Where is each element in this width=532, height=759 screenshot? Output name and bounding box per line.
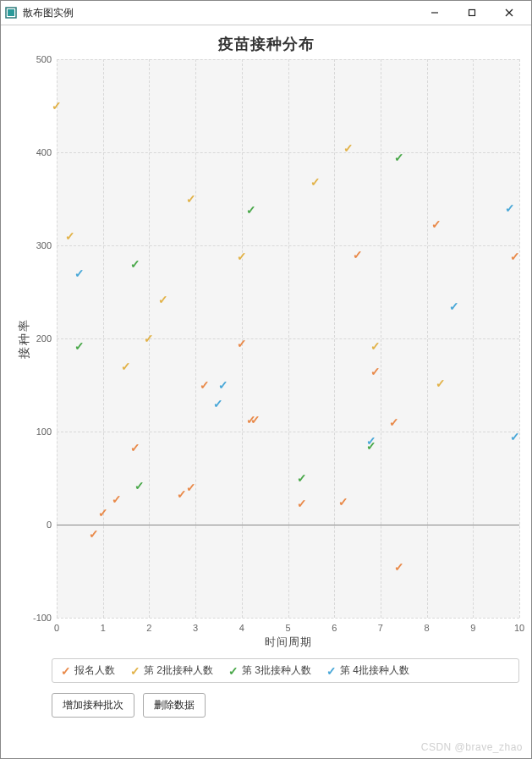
x-tick-label: 5 [285, 623, 290, 633]
legend-label: 第 3批接种人数 [242, 663, 311, 678]
chart-title: 疫苗接种分布 [1, 34, 531, 54]
data-point[interactable]: ✓ [343, 142, 354, 154]
y-tick-label: 200 [18, 333, 52, 344]
button-row: 增加接种批次 删除数据 [52, 693, 519, 718]
data-point[interactable]: ✓ [389, 416, 399, 428]
data-point[interactable]: ✓ [246, 204, 256, 216]
y-tick-label: 400 [18, 147, 52, 157]
remove-data-button[interactable]: 删除数据 [143, 693, 206, 718]
data-point[interactable]: ✓ [213, 398, 223, 410]
chart-area: 接种率 时间周期 012345678910-100010020030040050… [13, 59, 519, 652]
y-tick-label: 100 [18, 426, 52, 437]
svg-rect-1 [8, 9, 14, 16]
svg-rect-3 [469, 10, 475, 16]
data-point[interactable]: ✓ [158, 294, 168, 305]
data-point[interactable]: ✓ [370, 340, 381, 352]
data-point[interactable]: ✓ [449, 300, 459, 312]
legend-label: 第 2批接种人数 [144, 663, 213, 678]
y-tick-label: 300 [18, 240, 52, 250]
x-tick-label: 9 [470, 623, 475, 633]
data-point[interactable]: ✓ [130, 442, 140, 454]
data-point[interactable]: ✓ [144, 333, 154, 344]
data-point[interactable]: ✓ [353, 249, 363, 261]
x-tick-label: 1 [101, 623, 106, 633]
x-tick-label: 6 [332, 623, 337, 633]
data-point[interactable]: ✓ [310, 176, 321, 188]
data-point[interactable]: ✓ [130, 258, 140, 270]
minimize-button[interactable] [416, 1, 453, 25]
watermark: CSDN @brave_zhao [421, 741, 523, 753]
data-point[interactable]: ✓ [65, 230, 75, 242]
add-batch-button[interactable]: 增加接种批次 [52, 693, 134, 718]
data-point[interactable]: ✓ [436, 377, 446, 389]
data-point[interactable]: ✓ [297, 498, 307, 509]
data-point[interactable]: ✓ [121, 360, 131, 372]
data-point[interactable]: ✓ [98, 507, 108, 519]
data-point[interactable]: ✓ [112, 493, 122, 505]
y-tick-label: 0 [18, 520, 52, 530]
plot-area: 接种率 时间周期 012345678910-100010020030040050… [57, 59, 519, 618]
x-tick-label: 4 [239, 623, 244, 633]
y-tick-label: 500 [18, 54, 52, 64]
data-point[interactable]: ✓ [134, 480, 145, 492]
legend-item[interactable]: ✓第 4批接种人数 [326, 663, 409, 678]
data-point[interactable]: ✓ [394, 151, 404, 163]
data-point[interactable]: ✓ [200, 379, 210, 391]
data-point[interactable]: ✓ [89, 528, 99, 540]
x-tick-label: 10 [514, 623, 524, 633]
data-point[interactable]: ✓ [186, 193, 196, 205]
app-window: 散布图实例 疫苗接种分布 接种率 时间周期 012345678910-10001… [0, 0, 532, 759]
y-tick-label: -100 [18, 613, 52, 623]
x-tick-label: 8 [425, 623, 430, 633]
legend-label: 报名人数 [74, 663, 115, 678]
x-tick-label: 3 [193, 623, 198, 633]
legend-item[interactable]: ✓第 2批接种人数 [130, 663, 213, 678]
data-point[interactable]: ✓ [431, 218, 442, 230]
x-tick-label: 0 [54, 623, 59, 633]
data-point[interactable]: ✓ [218, 379, 228, 391]
check-icon: ✓ [326, 664, 337, 678]
data-point[interactable]: ✓ [237, 250, 247, 262]
data-point[interactable]: ✓ [186, 481, 196, 493]
x-tick-label: 7 [378, 623, 383, 633]
maximize-button[interactable] [453, 1, 491, 25]
data-point[interactable]: ✓ [370, 366, 381, 377]
x-tick-label: 2 [146, 623, 151, 633]
close-button[interactable] [491, 1, 528, 25]
data-point[interactable]: ✓ [394, 561, 404, 573]
x-axis-title: 时间周期 [265, 635, 312, 650]
check-icon: ✓ [61, 664, 71, 678]
data-point[interactable]: ✓ [510, 431, 520, 443]
data-point[interactable]: ✓ [250, 414, 261, 426]
legend-item[interactable]: ✓报名人数 [61, 663, 115, 678]
check-icon: ✓ [228, 664, 239, 678]
data-point[interactable]: ✓ [338, 496, 348, 508]
data-point[interactable]: ✓ [297, 472, 307, 484]
data-point[interactable]: ✓ [366, 435, 376, 447]
data-point[interactable]: ✓ [52, 100, 62, 112]
app-icon [4, 6, 18, 19]
titlebar: 散布图实例 [1, 1, 531, 25]
legend-item[interactable]: ✓第 3批接种人数 [228, 663, 311, 678]
legend: ✓报名人数 ✓第 2批接种人数 ✓第 3批接种人数 ✓第 4批接种人数 [52, 658, 519, 683]
data-point[interactable]: ✓ [237, 338, 247, 349]
legend-label: 第 4批接种人数 [340, 663, 409, 678]
check-icon: ✓ [130, 664, 140, 678]
window-title: 散布图实例 [23, 6, 74, 20]
data-point[interactable]: ✓ [74, 267, 85, 279]
data-point[interactable]: ✓ [510, 250, 520, 262]
data-point[interactable]: ✓ [505, 202, 515, 214]
data-point[interactable]: ✓ [74, 340, 85, 352]
